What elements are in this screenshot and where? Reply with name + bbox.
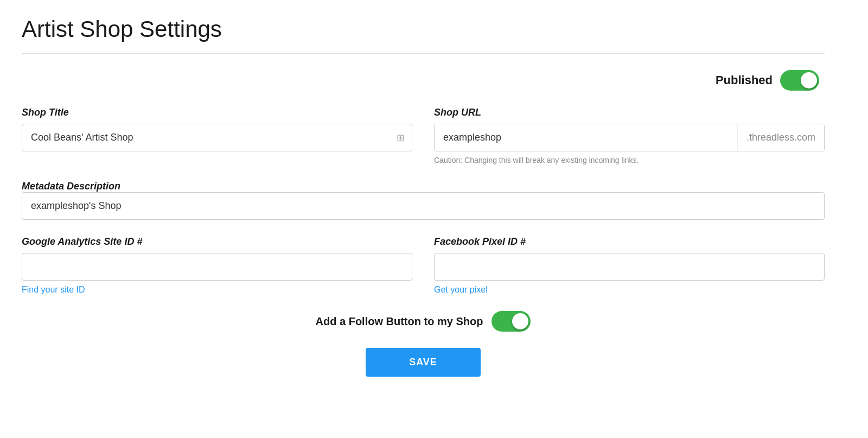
metadata-description-input[interactable]	[22, 192, 825, 220]
shop-title-input[interactable]	[22, 124, 412, 151]
google-analytics-input[interactable]	[22, 253, 412, 281]
page-title: Artist Shop Settings	[22, 16, 825, 42]
shop-url-input[interactable]	[435, 124, 737, 151]
follow-button-toggle-track	[492, 311, 531, 332]
facebook-pixel-label: Facebook Pixel ID #	[434, 236, 825, 247]
follow-button-label: Add a Follow Button to my Shop	[316, 315, 483, 328]
get-pixel-link[interactable]: Get your pixel	[434, 285, 825, 295]
published-label: Published	[716, 73, 773, 87]
metadata-description-label: Metadata Description	[22, 181, 120, 192]
facebook-pixel-group: Facebook Pixel ID # Get your pixel	[434, 236, 825, 295]
shop-url-label: Shop URL	[434, 107, 825, 118]
save-row: SAVE	[22, 348, 825, 377]
shop-title-wrapper: ⊞	[22, 124, 412, 151]
shop-url-caution: Caution: Changing this will break any ex…	[434, 156, 825, 164]
shop-url-input-group: .threadless.com	[434, 124, 825, 151]
follow-button-toggle-knob	[512, 313, 528, 329]
section-divider	[22, 53, 825, 54]
published-row: Published	[22, 70, 825, 91]
published-toggle[interactable]	[780, 70, 819, 91]
shop-title-label: Shop Title	[22, 107, 412, 118]
google-analytics-label: Google Analytics Site ID #	[22, 236, 412, 247]
shop-title-url-row: Shop Title ⊞ Shop URL .threadless.com Ca…	[22, 107, 825, 164]
shop-title-group: Shop Title ⊞	[22, 107, 412, 164]
save-button[interactable]: SAVE	[366, 348, 481, 377]
facebook-pixel-input[interactable]	[434, 253, 825, 281]
analytics-pixel-row: Google Analytics Site ID # Find your sit…	[22, 236, 825, 295]
shop-url-suffix: .threadless.com	[737, 124, 824, 151]
published-toggle-knob	[801, 72, 817, 88]
shop-url-group: Shop URL .threadless.com Caution: Changi…	[434, 107, 825, 164]
follow-button-toggle[interactable]	[492, 311, 531, 332]
published-toggle-track	[780, 70, 819, 91]
metadata-description-group: Metadata Description	[22, 181, 825, 220]
find-site-id-link[interactable]: Find your site ID	[22, 285, 412, 295]
google-analytics-group: Google Analytics Site ID # Find your sit…	[22, 236, 412, 295]
follow-button-row: Add a Follow Button to my Shop	[22, 311, 825, 332]
grid-icon: ⊞	[397, 132, 405, 144]
